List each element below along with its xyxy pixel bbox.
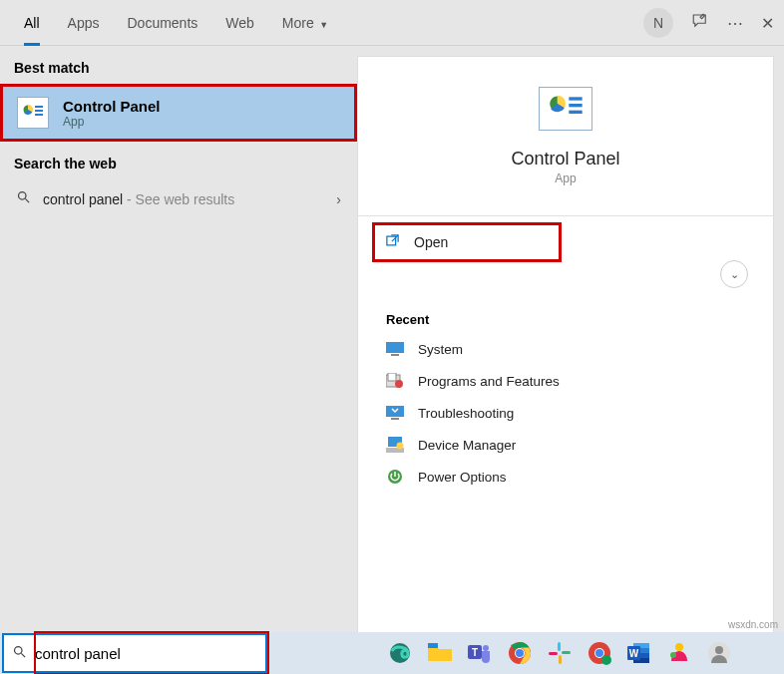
chevron-right-icon: › [336, 191, 341, 207]
recent-item-label: System [418, 342, 463, 357]
svg-point-28 [483, 645, 489, 651]
svg-point-46 [675, 643, 683, 651]
recent-item-label: Programs and Features [418, 374, 560, 389]
svg-point-4 [19, 192, 27, 200]
recent-item-programs[interactable]: Programs and Features [358, 365, 773, 397]
svg-line-23 [21, 653, 25, 657]
svg-point-20 [397, 443, 404, 450]
user-avatar[interactable]: N [643, 8, 673, 38]
more-options-icon[interactable]: ⋯ [727, 14, 743, 33]
recent-item-troubleshooting[interactable]: Troubleshooting [358, 397, 773, 429]
taskbar-chrome-canary-icon[interactable] [587, 640, 612, 666]
tab-documents[interactable]: Documents [113, 0, 211, 46]
svg-rect-14 [388, 373, 396, 381]
recent-item-label: Power Options [418, 470, 507, 485]
recent-item-power-options[interactable]: Power Options [358, 461, 773, 493]
taskbar: T W [0, 632, 784, 674]
tab-more[interactable]: More ▼ [268, 0, 342, 46]
svg-point-49 [715, 646, 723, 654]
open-button[interactable]: Open [372, 222, 562, 262]
search-web-heading: Search the web [0, 142, 357, 179]
svg-rect-11 [386, 342, 404, 353]
taskbar-teams-icon[interactable]: T [467, 640, 493, 666]
watermark: wsxdn.com [728, 619, 778, 630]
svg-point-31 [516, 649, 524, 657]
recent-item-label: Troubleshooting [418, 406, 514, 421]
best-match-heading: Best match [0, 46, 357, 84]
open-label: Open [414, 234, 448, 250]
svg-rect-7 [569, 97, 582, 100]
system-icon [386, 340, 404, 358]
svg-point-39 [601, 655, 611, 665]
preview-subtitle: App [358, 171, 773, 185]
taskbar-search[interactable] [2, 633, 267, 673]
svg-point-15 [395, 380, 403, 388]
preview-title: Control Panel [358, 149, 773, 169]
device-manager-icon [386, 436, 404, 454]
taskbar-avatar-icon[interactable] [706, 640, 732, 666]
control-panel-icon [539, 87, 592, 131]
chevron-down-icon: ⌄ [730, 268, 739, 281]
feedback-icon[interactable] [691, 12, 709, 34]
taskbar-app-icon[interactable] [666, 640, 692, 666]
svg-rect-25 [428, 643, 438, 648]
svg-rect-8 [569, 104, 582, 107]
svg-rect-32 [558, 642, 561, 651]
svg-rect-1 [35, 106, 43, 108]
svg-rect-12 [391, 354, 399, 356]
results-panel: Best match Control Panel App Search the … [0, 46, 357, 634]
best-match-subtitle: App [63, 115, 161, 129]
taskbar-edge-icon[interactable] [387, 640, 413, 666]
preview-panel: Control Panel App Open ⌄ Recent System [357, 56, 774, 634]
close-icon[interactable]: ✕ [761, 14, 774, 33]
recent-heading: Recent [358, 292, 773, 333]
best-match-title: Control Panel [63, 98, 161, 115]
search-icon [12, 644, 27, 663]
svg-rect-3 [35, 114, 43, 116]
taskbar-explorer-icon[interactable] [427, 640, 453, 666]
svg-point-22 [15, 646, 23, 654]
svg-rect-33 [562, 651, 571, 654]
troubleshoot-icon [386, 404, 404, 422]
open-icon [385, 233, 400, 251]
recent-item-label: Device Manager [418, 438, 516, 453]
taskbar-word-icon[interactable]: W [626, 640, 652, 666]
svg-line-5 [25, 198, 29, 202]
svg-text:W: W [629, 648, 639, 659]
search-icon [16, 189, 31, 208]
svg-text:T: T [472, 647, 478, 658]
best-match-control-panel[interactable]: Control Panel App [0, 84, 357, 142]
recent-item-device-manager[interactable]: Device Manager [358, 429, 773, 461]
svg-rect-2 [35, 110, 43, 112]
tab-web[interactable]: Web [211, 0, 268, 46]
svg-rect-9 [569, 111, 582, 114]
search-web-result[interactable]: control panel - See web results › [0, 179, 357, 218]
search-input[interactable] [35, 645, 234, 662]
caret-down-icon: ▼ [317, 20, 328, 30]
search-filter-tabs: All Apps Documents Web More ▼ N ⋯ ✕ [0, 0, 784, 46]
taskbar-slack-icon[interactable] [547, 640, 573, 666]
svg-rect-10 [387, 236, 396, 245]
programs-icon [386, 372, 404, 390]
taskbar-chrome-icon[interactable] [507, 640, 533, 666]
control-panel-icon [17, 97, 49, 129]
tab-apps[interactable]: Apps [54, 0, 114, 46]
svg-point-38 [595, 649, 603, 657]
expand-actions-button[interactable]: ⌄ [720, 260, 748, 288]
recent-item-system[interactable]: System [358, 333, 773, 365]
tab-all[interactable]: All [10, 0, 54, 46]
web-result-text: control panel - See web results [43, 191, 324, 207]
svg-rect-34 [559, 655, 562, 664]
svg-rect-17 [391, 418, 399, 420]
svg-rect-35 [549, 652, 558, 655]
svg-point-47 [670, 652, 676, 658]
power-icon [386, 468, 404, 486]
